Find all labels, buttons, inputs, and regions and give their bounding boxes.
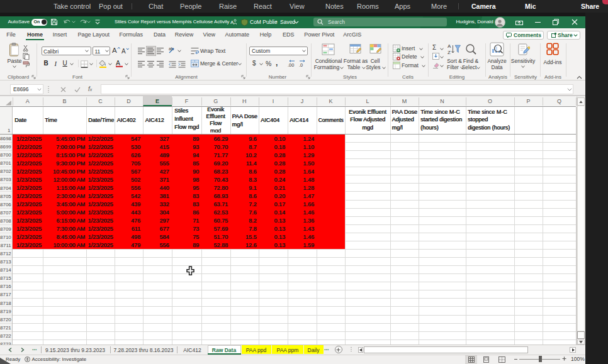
svg-text:A: A (112, 47, 117, 54)
svg-text:A: A (448, 43, 451, 49)
svg-text:A: A (121, 48, 126, 55)
svg-text:.00: .00 (288, 62, 294, 67)
svg-text:ab: ab (169, 47, 174, 51)
svg-text:A: A (116, 59, 120, 67)
svg-text:.0: .0 (299, 62, 303, 67)
svg-text:Z: Z (448, 50, 451, 55)
svg-text:A: A (230, 19, 234, 25)
